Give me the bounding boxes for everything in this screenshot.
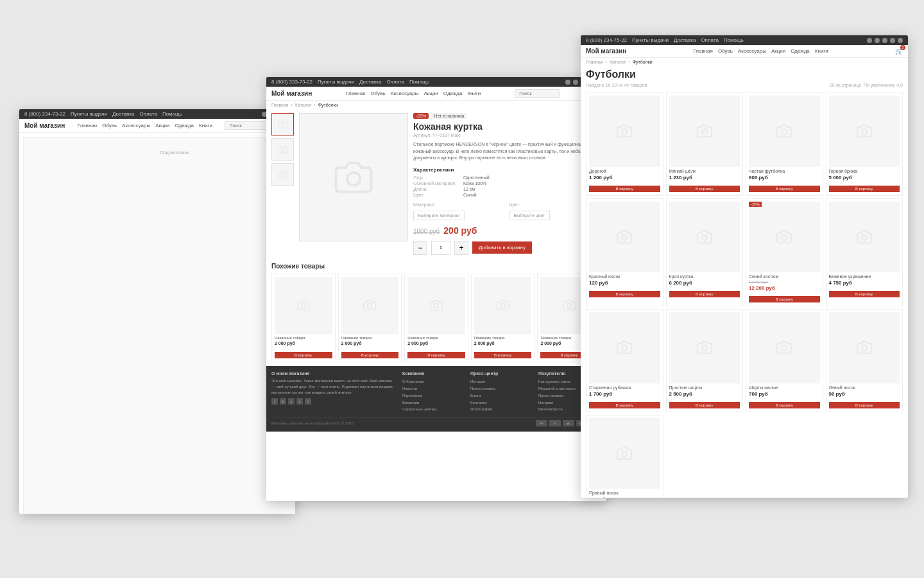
thumb-2[interactable]	[271, 138, 294, 161]
topbar-link-help[interactable]: Помощь	[409, 79, 429, 85]
topbar3-help[interactable]: Помощь	[724, 37, 744, 43]
win3-product-4: Горная брюка 5 000 руб В корзину	[826, 92, 903, 196]
nav-books[interactable]: Книги	[199, 123, 212, 128]
product-chars: Характеристики УзорОднотонный Основной м…	[413, 167, 601, 197]
sale-badge-7: -20%	[749, 202, 762, 207]
cart-btn-w3-12[interactable]: В корзину	[829, 402, 900, 408]
topbar-win1: 8 (800) 234-73-22 Пункты выдачи Доставка…	[19, 109, 295, 119]
s3-i2	[875, 38, 880, 43]
cart-btn-w3-11[interactable]: В корзину	[749, 402, 820, 408]
cart-btn-w3-5[interactable]: В корзину	[589, 291, 660, 297]
win3-product-5: Красный носок 120 руб В корзину	[586, 198, 663, 307]
f2-s4[interactable]: v	[296, 398, 303, 405]
brand-win3[interactable]: Мой магазин	[586, 48, 626, 55]
f2-c4[interactable]: Вакансии	[402, 399, 465, 407]
nav-sales[interactable]: Акции	[155, 123, 169, 128]
s3-i3	[882, 38, 887, 43]
f2-s1[interactable]: t	[271, 398, 278, 405]
brand-win1[interactable]: Мой магазин	[24, 122, 65, 129]
topbar3-payment[interactable]: Оплата	[701, 37, 719, 43]
cart-btn-w3-2[interactable]: В корзину	[669, 186, 740, 192]
topbar-link-payment[interactable]: Оплата	[386, 79, 404, 85]
material-select[interactable]: Выберите материал	[413, 211, 465, 220]
topbar-link-2[interactable]: Доставка	[112, 111, 134, 117]
cart-btn-w3-9[interactable]: В корзину	[589, 402, 660, 408]
bc3-home[interactable]: Главная	[586, 60, 603, 64]
cart-win3[interactable]: 🛒2	[895, 48, 903, 55]
bc-home[interactable]: Главная	[271, 103, 289, 107]
bc3-tshirts: Футболки	[633, 60, 653, 64]
similar-cart-1[interactable]: В корзину	[275, 352, 332, 358]
thumb-1[interactable]	[271, 113, 294, 136]
win3-product-10: Простые шорты 2 500 руб В корзину	[666, 309, 744, 412]
similar-section: Похожие товары Название товара 2 000 руб…	[266, 259, 606, 367]
s3-i1	[867, 38, 872, 43]
topbar3-delivery[interactable]: Доставка	[674, 37, 696, 43]
cart-btn-w3-4[interactable]: В корзину	[829, 186, 900, 192]
qty-row: − + Добавить в корзину	[413, 241, 601, 255]
win3-product-11: Шорты малые 700 руб В корзину	[746, 309, 823, 412]
cart-btn-w3-6[interactable]: В корзину	[669, 291, 740, 297]
nav3-sales[interactable]: Акции	[771, 48, 785, 54]
win3-product-2: Мягкий шёлк 1 230 руб В корзину	[666, 92, 744, 196]
f2-pay-2: V	[549, 420, 561, 426]
brand-win2[interactable]: Мой магазин	[271, 90, 312, 97]
search-input-win2[interactable]	[515, 89, 560, 98]
nav2-books[interactable]: Книги	[467, 91, 481, 96]
f2-s2[interactable]: b	[280, 398, 286, 405]
nav2-home[interactable]: Главная	[346, 91, 365, 96]
f2-s3[interactable]: y	[288, 398, 295, 405]
qty-minus[interactable]: −	[413, 241, 427, 255]
f2-c5[interactable]: Сервисные центры	[402, 406, 465, 413]
nav2-sales[interactable]: Акции	[424, 91, 438, 96]
f2-c2[interactable]: Новости	[402, 385, 465, 392]
topbar-link-3[interactable]: Оплата	[139, 111, 157, 117]
nav-shoes[interactable]: Обувь	[102, 123, 117, 128]
cart-btn-w3-3[interactable]: В корзину	[749, 186, 820, 192]
bc-catalog[interactable]: Каталог	[295, 103, 311, 107]
similar-cart-3[interactable]: В корзину	[407, 352, 465, 358]
f2-p2[interactable]: Пресс-релизы	[470, 385, 533, 392]
add-to-cart-button[interactable]: Добавить в корзину	[472, 241, 532, 254]
f2-pay-3: MC	[563, 420, 574, 426]
win3-product-12: Левый носок 90 руб В корзину	[826, 309, 903, 412]
nav-clothes[interactable]: Одежда	[175, 123, 194, 128]
topbar3-pickup[interactable]: Пункты выдачи	[632, 37, 669, 43]
f2-c3[interactable]: Партнёрам	[402, 392, 465, 399]
qty-input[interactable]	[431, 241, 450, 255]
topbar-link-4[interactable]: Помощь	[162, 111, 182, 117]
search-input-win1[interactable]	[225, 121, 270, 130]
cart-btn-w3-7[interactable]: В корзину	[749, 296, 820, 302]
topbar-link-1[interactable]: Пункты выдачи	[71, 111, 107, 117]
cart-btn-w3-1[interactable]: В корзину	[589, 186, 660, 192]
f2-p4[interactable]: Контакты	[470, 399, 533, 407]
cart-btn-w3-10[interactable]: В корзину	[669, 402, 740, 408]
cart-btn-w3-8[interactable]: В корзину	[829, 291, 900, 297]
f2-c1[interactable]: О Компании	[402, 378, 465, 385]
nav3-clothes[interactable]: Одежда	[791, 48, 810, 54]
similar-cart-2[interactable]: В корзину	[341, 352, 399, 358]
qty-plus[interactable]: +	[454, 241, 468, 255]
sale-badge: -20%	[413, 113, 429, 119]
f2-p3[interactable]: Блоги	[470, 392, 533, 399]
f2-p5[interactable]: Фотографии	[470, 406, 533, 413]
topbar-link-delivery[interactable]: Доставка	[359, 79, 381, 85]
nav-home[interactable]: Главная	[78, 123, 97, 128]
nav2-clothes[interactable]: Одежда	[443, 91, 463, 96]
nav2-shoes[interactable]: Обувь	[370, 91, 385, 96]
f2-s5[interactable]: i	[305, 398, 311, 405]
nav-accessories[interactable]: Аксессуары	[122, 123, 150, 128]
similar-cart-4[interactable]: В корзину	[474, 352, 532, 358]
price-new: 200 руб	[443, 225, 477, 236]
bc3-cat[interactable]: Каталог	[610, 60, 626, 64]
nav3-home[interactable]: Главная	[693, 48, 712, 54]
f2-p1[interactable]: История	[470, 378, 533, 385]
nav3-books[interactable]: Книги	[815, 48, 828, 54]
topbar-link-pickup[interactable]: Пункты выдачи	[318, 79, 354, 85]
color-select[interactable]: Выберите цвет	[509, 211, 550, 220]
nav3-shoes[interactable]: Обувь	[718, 48, 733, 54]
nav2-acc[interactable]: Аксессуары	[391, 91, 419, 96]
thumb-3[interactable]	[271, 163, 294, 186]
nav3-acc[interactable]: Аксессуары	[738, 48, 766, 54]
per-page-label: 20 на странице	[830, 83, 862, 87]
